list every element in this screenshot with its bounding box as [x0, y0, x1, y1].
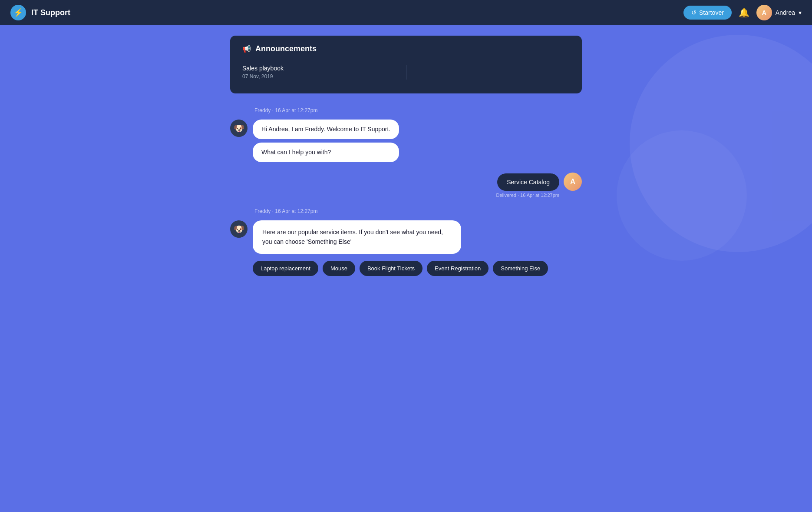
bot-message-group-2: Freddy · 16 Apr at 12:27pm 🐶 Here are ou… [230, 208, 582, 276]
bot-bubble-1a: Hi Andrea, I am Freddy. Welcome to IT Su… [253, 120, 399, 139]
bot-avatar-2: 🐶 [230, 220, 248, 238]
announcements-panel: 📢 Announcements Sales playbook 07 Nov, 2… [230, 36, 582, 93]
topbar: ⚡ IT Support ↺ Startover 🔔 A Andrea ▾ [0, 0, 812, 25]
bot-message-row-2: 🐶 Here are our popular service items. If… [230, 220, 582, 254]
quick-reply-flight[interactable]: Book Flight Tickets [360, 261, 423, 276]
user-name: Andrea [776, 9, 795, 16]
logo-icon: ⚡ [10, 5, 26, 20]
quick-reply-something-else[interactable]: Something Else [493, 261, 548, 276]
bot-avatar-1: 🐶 [230, 120, 248, 137]
announcements-icon: 📢 [242, 45, 251, 53]
chat-area: Freddy · 16 Apr at 12:27pm 🐶 Hi Andrea, … [230, 107, 582, 276]
avatar: A [756, 5, 772, 20]
quick-reply-event[interactable]: Event Registration [427, 261, 489, 276]
user-message-group: Service Catalog A Delivered · 16 Apr at … [230, 173, 582, 198]
quick-reply-mouse[interactable]: Mouse [323, 261, 355, 276]
app-title: IT Support [31, 8, 70, 17]
announcement-content: Sales playbook 07 Nov, 2019 [242, 65, 389, 80]
startover-label: Startover [699, 9, 724, 16]
bot-bubbles-1: Hi Andrea, I am Freddy. Welcome to IT Su… [253, 120, 399, 162]
bot-meta-1: Freddy · 16 Apr at 12:27pm [254, 107, 582, 113]
topbar-left: ⚡ IT Support [10, 5, 70, 20]
announcement-divider [406, 65, 406, 80]
bot-bubble-2: Here are our popular service items. If y… [253, 220, 461, 254]
announcement-item: Sales playbook 07 Nov, 2019 [242, 60, 570, 85]
user-avatar: A [564, 173, 582, 191]
announcement-name: Sales playbook [242, 65, 389, 72]
notification-icon[interactable]: 🔔 [739, 7, 749, 18]
announcement-date: 07 Nov, 2019 [242, 73, 389, 80]
user-profile[interactable]: A Andrea ▾ [756, 5, 802, 20]
bot-message-row-1: 🐶 Hi Andrea, I am Freddy. Welcome to IT … [230, 120, 582, 162]
topbar-right: ↺ Startover 🔔 A Andrea ▾ [683, 5, 802, 20]
delivery-status: Delivered · 16 Apr at 12:27pm [230, 193, 559, 198]
chevron-down-icon: ▾ [799, 9, 802, 16]
quick-reply-laptop[interactable]: Laptop replacement [253, 261, 318, 276]
main-content: 📢 Announcements Sales playbook 07 Nov, 2… [0, 25, 812, 512]
user-message-bubble: Service Catalog [497, 173, 559, 191]
bot-message-group-1: Freddy · 16 Apr at 12:27pm 🐶 Hi Andrea, … [230, 107, 582, 162]
bot-bubble-1b: What can I help you with? [253, 143, 399, 162]
quick-replies: Laptop replacement Mouse Book Flight Tic… [253, 261, 582, 276]
bot-meta-2: Freddy · 16 Apr at 12:27pm [254, 208, 582, 214]
announcements-header: 📢 Announcements [242, 44, 570, 53]
user-message-row: Service Catalog A [230, 173, 582, 191]
startover-icon: ↺ [691, 9, 696, 16]
announcements-title: Announcements [255, 44, 317, 53]
startover-button[interactable]: ↺ Startover [683, 6, 732, 20]
